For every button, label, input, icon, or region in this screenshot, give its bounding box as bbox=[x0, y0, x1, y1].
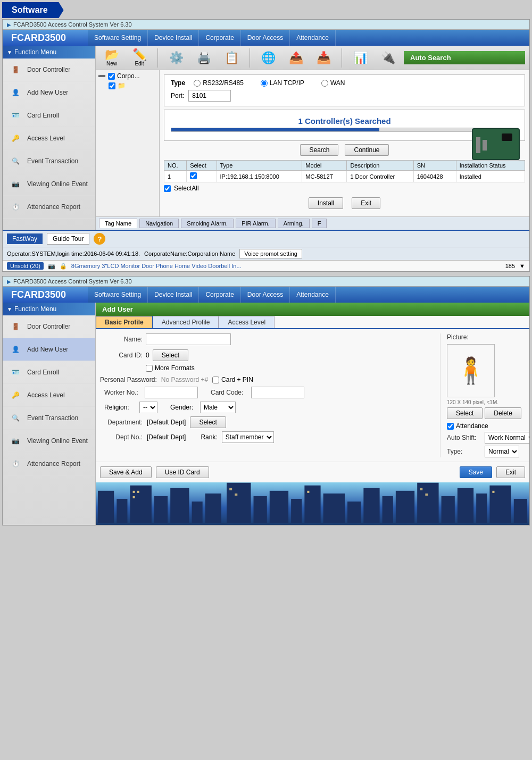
menu-device-install[interactable]: Device Install bbox=[148, 30, 199, 46]
search-button[interactable]: Search bbox=[300, 144, 338, 156]
rank-select[interactable]: Staff member Manager bbox=[222, 431, 274, 443]
continue-button[interactable]: Continue bbox=[345, 144, 388, 156]
card-select-button[interactable]: Select bbox=[153, 349, 188, 361]
menu2-corporate[interactable]: Corporate bbox=[199, 287, 240, 303]
tag-pir-alarm[interactable]: PIR Alarm. bbox=[236, 219, 276, 228]
tree-checkbox[interactable] bbox=[108, 73, 115, 80]
tag-tag-name[interactable]: Tag Name bbox=[99, 219, 137, 228]
worker-no-input[interactable] bbox=[145, 387, 198, 398]
tag-f[interactable]: F bbox=[312, 219, 327, 228]
sidebar-item-card-enroll[interactable]: 🪪 Card Enroll bbox=[3, 104, 95, 127]
picture-delete-button[interactable]: Delete bbox=[485, 407, 521, 419]
new-button[interactable]: 📂 New bbox=[100, 48, 123, 68]
toolbar-btn-7[interactable]: 📤 bbox=[284, 51, 307, 65]
city-svg bbox=[98, 482, 527, 523]
sidebar2-card-enroll[interactable]: 🪪 Card Enroll bbox=[3, 361, 95, 384]
toolbar-icon-9: 📊 bbox=[353, 52, 368, 64]
tag-navigation[interactable]: Navigation bbox=[139, 219, 179, 228]
menu-corporate[interactable]: Corporate bbox=[199, 30, 240, 46]
sidebar-item-viewing-online[interactable]: 📷 Viewing Online Event bbox=[3, 173, 95, 196]
tab-basic-profile[interactable]: Basic Profile bbox=[96, 316, 153, 328]
use-id-card-button[interactable]: Use ID Card bbox=[156, 466, 209, 478]
tree-child[interactable]: 📁 bbox=[109, 82, 157, 89]
sidebar2-attendance-report[interactable]: ⏱️ Attendance Report bbox=[3, 453, 95, 475]
edit-button[interactable]: ✏️ Edit bbox=[128, 48, 151, 68]
tag-smoking-alarm[interactable]: Smoking Alarm. bbox=[181, 219, 234, 228]
exit-button2[interactable]: Exit bbox=[496, 466, 525, 478]
attendance-checkbox[interactable] bbox=[447, 423, 454, 430]
menu2-door-access[interactable]: Door Access bbox=[241, 287, 290, 303]
save-button[interactable]: Save bbox=[460, 466, 492, 478]
ebay-bar: Unsold (20) 📷 🔒 8Gmemory 3"LCD Monitor D… bbox=[3, 260, 529, 271]
voice-setting-button[interactable]: Voice promot setting bbox=[239, 249, 302, 258]
sidebar2-door-controller[interactable]: 🚪 Door Controller bbox=[3, 315, 95, 338]
exit-button1[interactable]: Exit bbox=[352, 197, 380, 209]
tree-panel: ➖ Corpo... 📁 bbox=[96, 70, 160, 216]
tree-child-checkbox[interactable] bbox=[109, 82, 115, 89]
password-label: Personal Password: bbox=[100, 376, 157, 383]
more-formats-checkbox[interactable] bbox=[146, 365, 153, 372]
sidebar-item-add-new-user[interactable]: 👤 Add New User bbox=[3, 81, 95, 104]
lan-radio[interactable] bbox=[261, 80, 268, 87]
auto-shift-select[interactable]: Work Normal Work Shift bbox=[485, 432, 529, 444]
name-input[interactable] bbox=[146, 333, 231, 345]
religion-select[interactable]: -- bbox=[139, 402, 157, 413]
row-checkbox[interactable] bbox=[190, 172, 197, 179]
toolbar-icon-10: 🔌 bbox=[381, 52, 395, 64]
cell-sn: 16040428 bbox=[413, 171, 456, 182]
rs232-radio[interactable] bbox=[194, 80, 201, 87]
type-select[interactable]: Normal Shift bbox=[485, 446, 519, 457]
ebay-product-label[interactable]: 8Gmemory 3"LCD Monitor Door Phone Home V… bbox=[71, 263, 501, 269]
menu-attendance[interactable]: Attendance bbox=[290, 30, 336, 46]
panel2-title: FCARD3500 Access Control System Ver 6.30 bbox=[13, 278, 132, 285]
sidebar-item-access-level[interactable]: 🔑 Access Level bbox=[3, 127, 95, 150]
sidebar2: ▼ Function Menu 🚪 Door Controller 👤 Add … bbox=[3, 303, 96, 525]
menu-software-setting[interactable]: Software Setting bbox=[88, 30, 148, 46]
toolbar-btn-10[interactable]: 🔌 bbox=[376, 51, 400, 65]
svg-rect-20 bbox=[476, 494, 487, 523]
select-all-checkbox[interactable] bbox=[164, 185, 171, 192]
app-header-wrap: Software bbox=[0, 0, 532, 19]
toolbar-btn-3[interactable]: ⚙️ bbox=[164, 51, 188, 65]
sidebar2-add-new-user[interactable]: 👤 Add New User bbox=[3, 338, 95, 361]
wan-radio[interactable] bbox=[321, 80, 328, 87]
fastway-button[interactable]: FastWay bbox=[7, 233, 43, 244]
port-input[interactable] bbox=[188, 90, 231, 102]
save-add-button[interactable]: Save & Add bbox=[100, 466, 152, 478]
card-code-input[interactable] bbox=[251, 387, 304, 398]
card-pin-checkbox[interactable] bbox=[212, 377, 219, 383]
toolbar-btn-4[interactable]: 🖨️ bbox=[192, 51, 215, 65]
gender-select[interactable]: Male Female bbox=[200, 402, 236, 413]
tree-root[interactable]: ➖ Corpo... bbox=[98, 72, 157, 80]
svg-rect-26 bbox=[229, 488, 232, 490]
toolbar-btn-5[interactable]: 📋 bbox=[220, 51, 243, 65]
toolbar-btn-9[interactable]: 📊 bbox=[348, 51, 372, 65]
main-content2: Add User Basic Profile Advanced Profile … bbox=[96, 303, 529, 525]
tab-advanced-profile[interactable]: Advanced Profile bbox=[153, 316, 219, 328]
dept-select-button[interactable]: Select bbox=[190, 416, 226, 428]
guide-tour-button[interactable]: Guide Tour bbox=[47, 233, 89, 245]
sidebar-item-event-transaction[interactable]: 🔍 Event Transaction bbox=[3, 150, 95, 173]
toolbar-btn-8[interactable]: 📥 bbox=[312, 51, 335, 65]
card-icon2: 🪪 bbox=[8, 365, 23, 380]
tag-arming[interactable]: Arming. bbox=[278, 219, 310, 228]
sidebar2-event-transaction[interactable]: 🔍 Event Transaction bbox=[3, 407, 95, 430]
menu2-attendance[interactable]: Attendance bbox=[290, 287, 336, 303]
panel2: ▶ FCARD3500 Access Control System Ver 6.… bbox=[2, 276, 530, 525]
sidebar2-viewing-online[interactable]: 📷 Viewing Online Event bbox=[3, 430, 95, 453]
menu2-device-install[interactable]: Device Install bbox=[148, 287, 199, 303]
sidebar-item-attendance-report[interactable]: ⏱️ Attendance Report bbox=[3, 196, 95, 219]
picture-select-button[interactable]: Select bbox=[447, 407, 483, 419]
sidebar2-access-level[interactable]: 🔑 Access Level bbox=[3, 384, 95, 407]
sidebar-arrow: ▼ bbox=[7, 49, 12, 55]
toolbar-btn-6[interactable]: 🌐 bbox=[256, 51, 280, 65]
install-button[interactable]: Install bbox=[309, 197, 343, 209]
result-label: 1 Controller(s) Searched bbox=[171, 116, 518, 126]
sidebar-item-door-controller[interactable]: 🚪 Door Controller bbox=[3, 59, 95, 81]
menu2-software-setting[interactable]: Software Setting bbox=[88, 287, 148, 303]
sidebar-item-label: Add New User bbox=[27, 89, 68, 96]
select-all-row: SelectAll bbox=[164, 182, 525, 194]
menu-door-access[interactable]: Door Access bbox=[241, 30, 290, 46]
tab-access-level[interactable]: Access Level bbox=[219, 316, 275, 328]
help-button[interactable]: ? bbox=[94, 233, 105, 245]
